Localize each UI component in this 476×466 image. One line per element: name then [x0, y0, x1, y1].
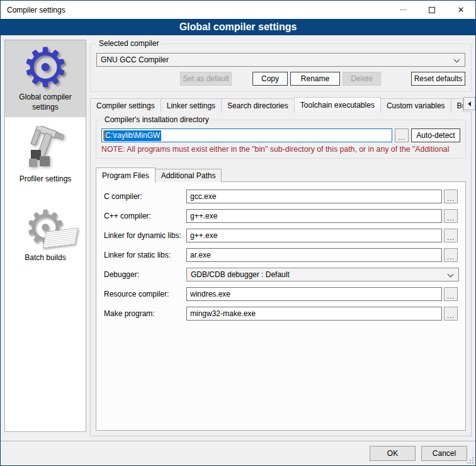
cpp-compiler-label: C++ compiler:	[103, 212, 184, 220]
tab-scroll-left-button[interactable]	[463, 97, 475, 110]
linker-dynamic-label: Linker for dynamic libs:	[103, 231, 184, 240]
compiler-select[interactable]: GNU GCC Compiler	[96, 53, 465, 67]
installation-directory-browse-button[interactable]: ...	[395, 128, 409, 142]
sidebar-item-batch-builds[interactable]: ⚙ Batch builds	[5, 201, 86, 268]
linker-dynamic-input[interactable]	[186, 229, 442, 242]
linker-dynamic-browse-button[interactable]: ...	[444, 229, 458, 242]
set-as-default-button[interactable]: Set as default	[180, 72, 232, 86]
make-program-browse-button[interactable]: ...	[444, 307, 458, 321]
rename-button[interactable]: Rename	[290, 72, 340, 86]
sidebar-item-label: Profiler settings	[20, 174, 72, 185]
tab-search-directories[interactable]: Search directories	[221, 98, 295, 112]
c-compiler-label: C compiler:	[103, 192, 184, 201]
linker-static-browse-button[interactable]: ...	[444, 248, 458, 262]
tab-linker-settings[interactable]: Linker settings	[161, 98, 222, 112]
compiler-select-value: GNU GCC Compiler	[101, 55, 169, 64]
gear-paper-stack-icon: ⚙	[6, 205, 84, 251]
window-title: Compiler settings	[1, 6, 65, 14]
linker-static-label: Linker for static libs:	[103, 251, 184, 259]
installation-directory-input[interactable]: C:\raylib\MinGW	[101, 128, 392, 142]
maximize-icon	[429, 7, 435, 13]
chevron-down-icon	[454, 57, 460, 63]
close-icon: ✕	[458, 6, 465, 14]
caption-buttons: ✕	[388, 1, 475, 19]
titlebar: Compiler settings ✕	[1, 1, 475, 19]
arrow-left-icon	[465, 101, 471, 106]
resource-compiler-input[interactable]	[186, 287, 442, 301]
copy-button[interactable]: Copy	[252, 72, 288, 86]
sidebar-item-profiler-settings[interactable]: Profiler settings	[5, 122, 86, 190]
caliper-icon	[6, 126, 84, 173]
tab-build-options-truncated[interactable]: Builc	[451, 98, 463, 112]
selected-compiler-group-label: Selected compiler	[96, 39, 161, 48]
installation-directory-value: C:\raylib\MinGW	[105, 130, 161, 141]
linker-static-input[interactable]	[186, 248, 442, 262]
gear-icon: ⚙	[6, 44, 84, 91]
tab-compiler-settings[interactable]: Compiler settings	[90, 98, 161, 112]
chevron-down-icon	[448, 271, 454, 278]
reset-defaults-button[interactable]: Reset defaults	[411, 72, 465, 86]
installation-directory-group: Compiler's installation directory C:\ray…	[96, 120, 466, 159]
c-compiler-input[interactable]	[186, 190, 442, 203]
maximize-button[interactable]	[417, 1, 446, 19]
dialog-footer: OK Cancel	[1, 441, 475, 465]
selected-compiler-group: Selected compiler GNU GCC Compiler Set a…	[90, 43, 472, 92]
bin-subdirectory-note: NOTE: All programs must exist either in …	[101, 145, 460, 154]
cpp-compiler-input[interactable]	[186, 209, 442, 223]
close-button[interactable]: ✕	[446, 1, 475, 19]
resize-grip[interactable]	[466, 456, 473, 463]
compiler-settings-dialog: Compiler settings ✕ Global compiler sett…	[0, 0, 476, 466]
settings-tabstrip: Compiler settings Linker settings Search…	[90, 96, 472, 112]
compiler-buttons-row: Set as default Copy Rename Delete Reset …	[96, 72, 465, 86]
sidebar-item-global-compiler-settings[interactable]: ⚙ Global compiler settings	[5, 40, 86, 117]
toolchain-executables-page: Compiler's installation directory C:\ray…	[90, 111, 472, 436]
program-files-tabstrip: Program Files Additional Paths	[96, 167, 471, 182]
debugger-select-value: GDB/CDB debugger : Default	[191, 270, 290, 279]
tab-custom-variables[interactable]: Custom variables	[380, 98, 451, 112]
toolchain-form: C compiler: ... C++ compiler: ... Linker…	[103, 190, 459, 321]
tab-program-files[interactable]: Program Files	[96, 168, 156, 183]
dialog-heading-text: Global compiler settings	[179, 21, 297, 33]
settings-category-list: ⚙ Global compiler settings	[4, 40, 86, 432]
make-program-input[interactable]	[186, 307, 442, 321]
debugger-label: Debugger:	[103, 270, 184, 279]
tab-toolchain-executables[interactable]: Toolchain executables	[294, 97, 381, 113]
ok-button[interactable]: OK	[370, 446, 416, 461]
tab-additional-paths[interactable]: Additional Paths	[155, 169, 222, 182]
main-panel: Selected compiler GNU GCC Compiler Set a…	[90, 40, 472, 436]
c-compiler-browse-button[interactable]: ...	[444, 190, 458, 203]
installation-directory-group-label: Compiler's installation directory	[102, 115, 212, 124]
installation-directory-row: C:\raylib\MinGW ... Auto-detect	[101, 128, 460, 142]
minimize-icon	[400, 9, 407, 10]
resource-compiler-label: Resource compiler:	[103, 290, 184, 298]
auto-detect-button[interactable]: Auto-detect	[411, 128, 460, 142]
cpp-compiler-browse-button[interactable]: ...	[444, 209, 458, 223]
tab-scroll-buttons	[463, 97, 476, 110]
minimize-button[interactable]	[388, 1, 417, 19]
make-program-label: Make program:	[103, 309, 184, 318]
cancel-button[interactable]: Cancel	[421, 446, 467, 461]
debugger-select[interactable]: GDB/CDB debugger : Default	[186, 268, 459, 281]
dialog-heading: Global compiler settings	[1, 19, 475, 35]
delete-button[interactable]: Delete	[343, 72, 381, 86]
resource-compiler-browse-button[interactable]: ...	[444, 287, 458, 301]
program-files-page: C compiler: ... C++ compiler: ... Linker…	[96, 181, 466, 431]
dialog-body: ⚙ Global compiler settings	[1, 35, 475, 465]
